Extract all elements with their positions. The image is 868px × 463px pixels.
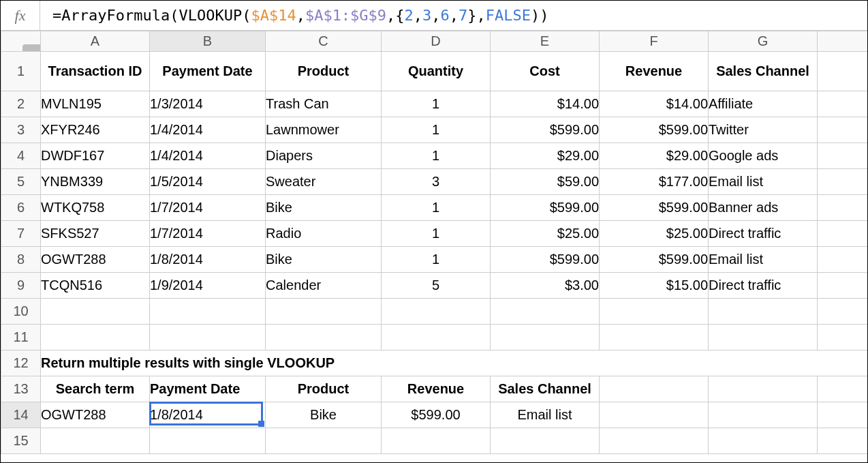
cell[interactable]: [41, 428, 150, 454]
row-header-10[interactable]: 10: [1, 299, 41, 325]
row-header-3[interactable]: 3: [1, 117, 41, 143]
cell[interactable]: $59.00: [491, 169, 600, 195]
cell[interactable]: $599.00: [600, 247, 709, 273]
cell[interactable]: Twitter: [709, 117, 818, 143]
cell[interactable]: Bike: [266, 195, 382, 221]
cell[interactable]: DWDF167: [41, 143, 150, 169]
row-header-7[interactable]: 7: [1, 221, 41, 247]
row-header-6[interactable]: 6: [1, 195, 41, 221]
cell[interactable]: Product: [266, 376, 382, 402]
cell[interactable]: Affiliate: [709, 91, 818, 117]
cell[interactable]: Bike: [266, 402, 382, 428]
cell[interactable]: [266, 325, 382, 350]
selected-cell[interactable]: 1/8/2014: [150, 402, 266, 428]
cell[interactable]: [600, 376, 709, 402]
cell[interactable]: [266, 299, 382, 325]
cell[interactable]: [382, 428, 491, 454]
col-header-blank[interactable]: [818, 31, 868, 52]
col-header-B[interactable]: B: [150, 31, 266, 52]
cell[interactable]: $599.00: [491, 117, 600, 143]
cell[interactable]: [600, 299, 709, 325]
spreadsheet-grid[interactable]: A B C D E F G 1 Transaction ID Payment D…: [1, 31, 867, 462]
cell[interactable]: $14.00: [600, 91, 709, 117]
col-header-A[interactable]: A: [41, 31, 150, 52]
cell[interactable]: [600, 428, 709, 454]
cell[interactable]: [41, 325, 150, 350]
cell[interactable]: 1: [382, 117, 491, 143]
cell[interactable]: 5: [382, 273, 491, 299]
cell[interactable]: TCQN516: [41, 273, 150, 299]
cell[interactable]: [150, 428, 266, 454]
cell[interactable]: Radio: [266, 221, 382, 247]
cell[interactable]: Email list: [491, 402, 600, 428]
cell[interactable]: [709, 402, 818, 428]
cell[interactable]: Cost: [491, 52, 600, 91]
row-header-5[interactable]: 5: [1, 169, 41, 195]
row-header-14[interactable]: 14: [1, 402, 41, 428]
cell[interactable]: 1/5/2014: [150, 169, 266, 195]
cell[interactable]: [600, 325, 709, 350]
cell[interactable]: $15.00: [600, 273, 709, 299]
cell[interactable]: [818, 143, 868, 169]
cell[interactable]: $599.00: [600, 117, 709, 143]
select-all-corner[interactable]: [1, 31, 41, 52]
cell[interactable]: Trash Can: [266, 91, 382, 117]
cell[interactable]: Bike: [266, 247, 382, 273]
cell[interactable]: Banner ads: [709, 195, 818, 221]
cell[interactable]: Payment Date: [150, 376, 266, 402]
cell[interactable]: 1: [382, 221, 491, 247]
cell[interactable]: [818, 428, 868, 454]
cell[interactable]: $599.00: [382, 402, 491, 428]
cell[interactable]: Sales Channel: [709, 52, 818, 91]
cell[interactable]: Google ads: [709, 143, 818, 169]
cell[interactable]: Lawnmower: [266, 117, 382, 143]
cell[interactable]: 1/7/2014: [150, 195, 266, 221]
cell[interactable]: 1/7/2014: [150, 221, 266, 247]
cell[interactable]: Direct traffic: [709, 273, 818, 299]
cell[interactable]: 1/3/2014: [150, 91, 266, 117]
cell[interactable]: [382, 325, 491, 350]
row-header-11[interactable]: 11: [1, 325, 41, 350]
fx-icon[interactable]: fx: [1, 1, 40, 30]
cell[interactable]: 1/4/2014: [150, 117, 266, 143]
cell[interactable]: Transaction ID: [41, 52, 150, 91]
cell[interactable]: OGWT288: [41, 402, 150, 428]
col-header-C[interactable]: C: [266, 31, 382, 52]
row-header-4[interactable]: 4: [1, 143, 41, 169]
cell[interactable]: Email list: [709, 247, 818, 273]
cell[interactable]: YNBM339: [41, 169, 150, 195]
cell[interactable]: $29.00: [491, 143, 600, 169]
cell[interactable]: [709, 376, 818, 402]
cell[interactable]: $3.00: [491, 273, 600, 299]
cell[interactable]: Email list: [709, 169, 818, 195]
cell[interactable]: $599.00: [491, 247, 600, 273]
cell[interactable]: [818, 195, 868, 221]
cell[interactable]: [41, 299, 150, 325]
col-header-G[interactable]: G: [709, 31, 818, 52]
row-header-8[interactable]: 8: [1, 247, 41, 273]
cell[interactable]: Direct traffic: [709, 221, 818, 247]
cell[interactable]: 1: [382, 247, 491, 273]
cell[interactable]: [491, 299, 600, 325]
cell[interactable]: [150, 299, 266, 325]
cell[interactable]: [709, 428, 818, 454]
col-header-E[interactable]: E: [491, 31, 600, 52]
cell[interactable]: Quantity: [382, 52, 491, 91]
cell[interactable]: Search term: [41, 376, 150, 402]
cell[interactable]: Sales Channel: [491, 376, 600, 402]
cell[interactable]: [709, 325, 818, 350]
row-header-13[interactable]: 13: [1, 376, 41, 402]
cell[interactable]: [818, 247, 868, 273]
cell[interactable]: $177.00: [600, 169, 709, 195]
row-header-15[interactable]: 15: [1, 428, 41, 454]
cell[interactable]: $599.00: [600, 195, 709, 221]
cell[interactable]: Product: [266, 52, 382, 91]
cell[interactable]: $25.00: [491, 221, 600, 247]
formula-input[interactable]: =ArrayFormula(VLOOKUP($A$14,$A$1:$G$9,{2…: [40, 1, 867, 30]
cell[interactable]: [818, 52, 868, 91]
cell[interactable]: [491, 325, 600, 350]
cell[interactable]: [818, 299, 868, 325]
cell[interactable]: $25.00: [600, 221, 709, 247]
cell[interactable]: OGWT288: [41, 247, 150, 273]
cell[interactable]: Calender: [266, 273, 382, 299]
